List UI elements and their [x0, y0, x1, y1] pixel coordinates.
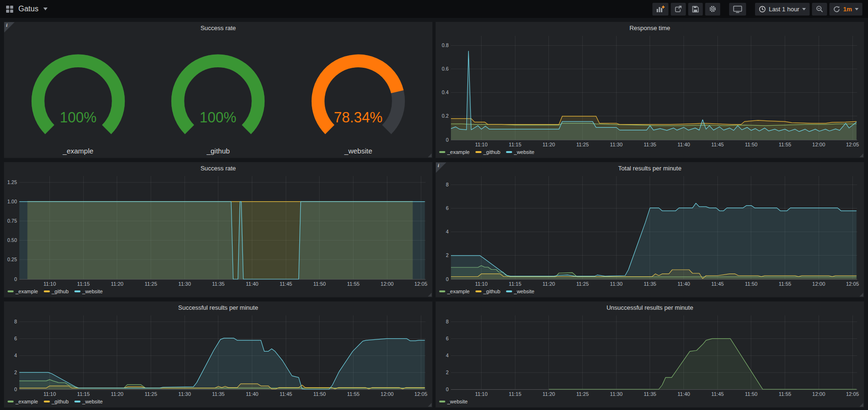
svg-text:11:20: 11:20 [111, 391, 124, 397]
svg-text:12:05: 12:05 [414, 391, 427, 397]
svg-text:11:55: 11:55 [779, 281, 791, 287]
panel-response-time: Response time 11:1011:1511:2011:2511:301… [435, 22, 864, 158]
panel-title[interactable]: Success rate [4, 162, 432, 174]
successful-results-chart[interactable]: 11:1011:1511:2011:2511:3011:3511:4011:45… [4, 313, 432, 397]
panel-resize-handle[interactable] [428, 153, 432, 157]
svg-text:11:30: 11:30 [178, 391, 191, 397]
legend-item-website[interactable]: _website [506, 289, 534, 294]
legend-item-example[interactable]: _example [439, 149, 470, 155]
svg-text:11:30: 11:30 [178, 281, 191, 287]
legend-series-label: _github [52, 289, 69, 294]
legend-item-github[interactable]: _github [475, 149, 500, 155]
chart-legend: _example_github_website [436, 287, 864, 297]
dashboard-title[interactable]: Gatus [18, 5, 39, 13]
chart-legend: _website [436, 397, 864, 407]
panel-success-rate-gauges: i Success rate 100%_example100%_github78… [4, 22, 433, 158]
legend-series-label: _website [447, 399, 467, 404]
panel-resize-handle[interactable] [428, 403, 432, 407]
legend-item-github[interactable]: _github [44, 399, 69, 404]
legend-series-label: _example [447, 289, 470, 294]
panel-title[interactable]: Success rate [4, 22, 432, 33]
success-rate-chart[interactable]: 11:1011:1511:2011:2511:3011:3511:4011:45… [4, 174, 432, 287]
svg-text:8: 8 [446, 182, 449, 187]
panel-info-icon[interactable]: i [4, 22, 15, 32]
svg-text:2: 2 [446, 252, 449, 258]
svg-text:11:35: 11:35 [644, 281, 657, 287]
share-dashboard-button[interactable] [671, 3, 686, 16]
gauge-row: 100%_example100%_github78.34%_website [4, 33, 432, 158]
caret-down-icon [802, 8, 806, 10]
svg-text:11:30: 11:30 [610, 391, 623, 397]
svg-text:12:00: 12:00 [812, 142, 826, 147]
svg-text:11:55: 11:55 [779, 391, 791, 397]
zoom-out-icon [816, 5, 823, 13]
legend-item-github[interactable]: _github [475, 289, 500, 294]
svg-text:11:55: 11:55 [779, 142, 791, 147]
total-results-chart[interactable]: 11:1011:1511:2011:2511:3011:3511:4011:45… [436, 174, 864, 287]
svg-text:12:05: 12:05 [846, 391, 859, 397]
panel-resize-handle[interactable] [428, 293, 432, 297]
legend-series-label: _example [16, 399, 38, 404]
panel-total-results: i Total results per minute 11:1011:1511:… [435, 162, 864, 297]
svg-text:11:50: 11:50 [745, 391, 758, 397]
svg-text:11:40: 11:40 [677, 281, 690, 287]
svg-text:11:10: 11:10 [43, 391, 56, 397]
save-dashboard-button[interactable] [688, 3, 703, 16]
svg-text:12:05: 12:05 [846, 142, 859, 147]
svg-text:11:55: 11:55 [347, 391, 360, 397]
panel-resize-handle[interactable] [860, 153, 863, 157]
cycle-view-mode-button[interactable] [729, 3, 746, 16]
panel-info-icon[interactable]: i [436, 162, 446, 173]
gauge-github: 100%_github [148, 35, 289, 158]
refresh-interval-label: 1m [843, 6, 852, 13]
legend-series-label: _github [52, 399, 69, 404]
panel-title[interactable]: Unsuccessful results per minute [436, 302, 864, 313]
svg-text:11:30: 11:30 [610, 142, 623, 147]
svg-text:6: 6 [446, 205, 449, 211]
svg-text:1.00: 1.00 [8, 199, 17, 204]
legend-item-github[interactable]: _github [44, 289, 69, 294]
svg-text:78.34%: 78.34% [334, 109, 382, 125]
response-time-chart[interactable]: 11:1011:1511:2011:2511:3011:3511:4011:45… [436, 33, 864, 148]
legend-series-marker [506, 151, 512, 153]
legend-series-marker [44, 401, 50, 402]
panel-resize-handle[interactable] [860, 403, 863, 407]
panel-title[interactable]: Successful results per minute [4, 302, 432, 313]
svg-text:8: 8 [446, 319, 449, 324]
unsuccessful-results-chart[interactable]: 11:1011:1511:2011:2511:3011:3511:4011:45… [436, 313, 864, 397]
legend-series-marker [74, 290, 80, 292]
legend-series-marker [439, 151, 445, 153]
dashboard-settings-button[interactable] [705, 3, 720, 16]
dashboard-title-caret-icon[interactable] [43, 8, 48, 10]
svg-text:11:50: 11:50 [745, 142, 758, 147]
panel-title[interactable]: Total results per minute [436, 162, 864, 174]
legend-item-example[interactable]: _example [8, 399, 38, 404]
refresh-dashboard-button[interactable]: 1m [829, 3, 862, 16]
svg-text:0.4: 0.4 [442, 89, 449, 95]
chart-legend: _example_github_website [4, 287, 432, 297]
gauge-example: 100%_example [8, 35, 148, 158]
legend-item-website[interactable]: _website [439, 399, 467, 404]
svg-text:11:20: 11:20 [543, 391, 555, 397]
svg-text:4: 4 [446, 353, 449, 358]
chart-legend: _example_github_website [436, 148, 864, 158]
add-panel-button[interactable] [652, 3, 668, 16]
legend-item-example[interactable]: _example [8, 289, 38, 294]
legend-item-website[interactable]: _website [506, 149, 534, 155]
panel-title[interactable]: Response time [436, 22, 864, 33]
refresh-icon [833, 6, 840, 13]
legend-item-website[interactable]: _website [74, 399, 103, 404]
legend-series-marker [506, 290, 512, 292]
gauge-website: 78.34%_website [288, 35, 428, 158]
legend-series-label: _website [82, 399, 103, 404]
legend-item-example[interactable]: _example [439, 289, 470, 294]
legend-series-marker [475, 290, 482, 292]
time-range-picker-button[interactable]: Last 1 hour [755, 3, 810, 16]
zoom-out-time-range-button[interactable] [812, 3, 827, 16]
legend-item-website[interactable]: _website [74, 289, 103, 294]
legend-series-label: _github [483, 149, 500, 155]
dashboard-grid-icon[interactable] [6, 5, 14, 13]
panel-resize-handle[interactable] [860, 293, 863, 297]
panel-success-rate-timeseries: Success rate 11:1011:1511:2011:2511:3011… [4, 162, 433, 297]
svg-text:0.50: 0.50 [8, 237, 17, 243]
